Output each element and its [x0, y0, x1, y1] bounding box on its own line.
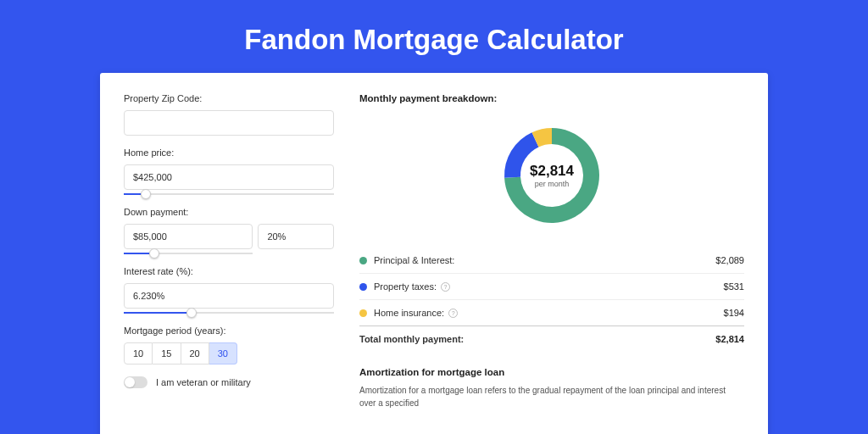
- veteran-label: I am veteran or military: [156, 377, 251, 387]
- veteran-toggle[interactable]: [124, 376, 147, 388]
- page-title: Fandon Mortgage Calculator: [0, 0, 868, 73]
- legend-row: Home insurance:?$194: [359, 300, 744, 326]
- legend-value: $194: [724, 308, 744, 318]
- donut-center-sub: per month: [535, 180, 570, 188]
- breakdown-column: Monthly payment breakdown: $2,814 per mo…: [359, 93, 744, 434]
- breakdown-title: Monthly payment breakdown:: [359, 93, 744, 103]
- rate-input[interactable]: [124, 283, 334, 309]
- down-slider[interactable]: [124, 253, 253, 254]
- amortization-title: Amortization for mortgage loan: [359, 367, 744, 377]
- period-field: Mortgage period (years): 10152030: [124, 326, 334, 364]
- period-button-15[interactable]: 15: [153, 342, 181, 364]
- period-button-20[interactable]: 20: [181, 342, 209, 364]
- amortization-text: Amortization for a mortgage loan refers …: [359, 384, 744, 409]
- price-input[interactable]: [124, 164, 334, 190]
- total-value: $2,814: [715, 334, 744, 344]
- period-button-10[interactable]: 10: [124, 342, 153, 364]
- period-button-30[interactable]: 30: [209, 342, 237, 364]
- donut-chart: $2,814 per month: [501, 125, 603, 226]
- legend-total-row: Total monthly payment:$2,814: [359, 326, 744, 352]
- slider-thumb-icon[interactable]: [141, 189, 151, 199]
- legend-label: Principal & Interest:: [374, 255, 715, 265]
- period-buttons: 10152030: [124, 342, 334, 364]
- down-label: Down payment:: [124, 207, 334, 217]
- legend-row: Property taxes:?$531: [359, 274, 744, 300]
- legend-value: $531: [724, 281, 744, 292]
- rate-slider[interactable]: [124, 312, 334, 314]
- slider-thumb-icon[interactable]: [149, 248, 159, 259]
- amortization-section: Amortization for mortgage loan Amortizat…: [359, 367, 744, 409]
- price-label: Home price:: [124, 147, 334, 158]
- zip-input[interactable]: [124, 110, 334, 136]
- legend-dot-icon: [359, 257, 367, 264]
- calculator-card: Property Zip Code: Home price: Down paym…: [100, 73, 768, 434]
- down-field: Down payment:: [124, 207, 334, 254]
- slider-thumb-icon[interactable]: [186, 308, 197, 318]
- rate-field: Interest rate (%):: [124, 266, 334, 314]
- zip-label: Property Zip Code:: [124, 93, 334, 103]
- rate-label: Interest rate (%):: [124, 266, 334, 276]
- donut-wrap: $2,814 per month: [359, 112, 744, 239]
- legend: Principal & Interest:$2,089Property taxe…: [359, 248, 744, 352]
- info-icon[interactable]: ?: [441, 282, 450, 292]
- legend-value: $2,089: [715, 255, 744, 265]
- info-icon[interactable]: ?: [448, 309, 458, 318]
- zip-field: Property Zip Code:: [124, 93, 334, 136]
- form-column: Property Zip Code: Home price: Down paym…: [124, 93, 334, 434]
- legend-dot-icon: [359, 309, 367, 317]
- legend-label: Home insurance:?: [374, 308, 724, 318]
- price-slider[interactable]: [124, 193, 334, 195]
- total-label: Total monthly payment:: [359, 334, 715, 344]
- legend-dot-icon: [359, 283, 367, 291]
- veteran-row: I am veteran or military: [124, 376, 334, 388]
- down-pct-input[interactable]: [258, 224, 334, 249]
- donut-center-amount: $2,814: [530, 163, 574, 180]
- legend-row: Principal & Interest:$2,089: [359, 248, 744, 274]
- price-field: Home price:: [124, 147, 334, 195]
- period-label: Mortgage period (years):: [124, 326, 334, 336]
- down-amount-input[interactable]: [124, 224, 253, 249]
- legend-label: Property taxes:?: [374, 281, 724, 292]
